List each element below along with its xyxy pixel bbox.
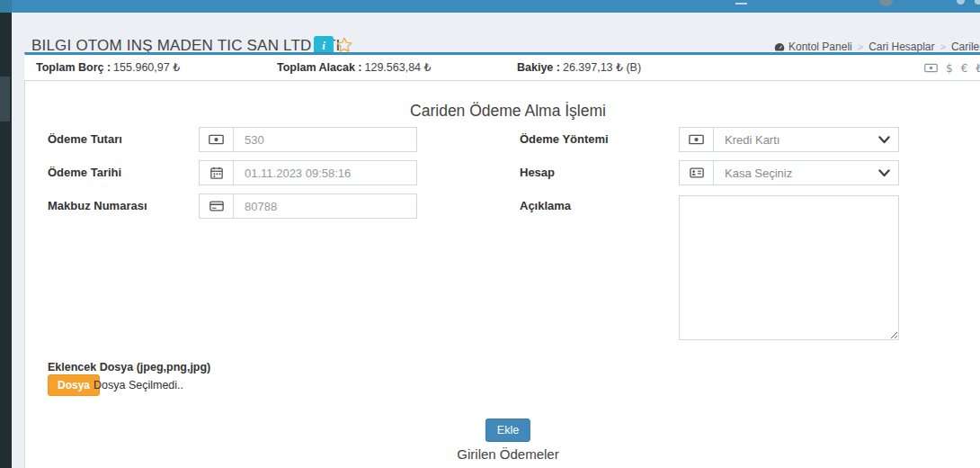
odeme-yontemi-selected: Kredi Kartı bbox=[725, 133, 780, 147]
aciklama-label: Açıklama bbox=[520, 199, 571, 212]
odeme-tutari-label: Ödeme Tutarı bbox=[48, 132, 122, 146]
hesap-select[interactable]: Kasa Seçiniz bbox=[714, 161, 898, 184]
currency-toolbar: $ € ₺ bbox=[924, 55, 980, 81]
calendar-icon bbox=[200, 161, 234, 184]
entered-payments-title: Girilen Ödemeler bbox=[457, 446, 558, 462]
money-icon bbox=[200, 128, 234, 151]
user-avatar[interactable] bbox=[879, 0, 893, 6]
total-credit-value: 129.563,84 ₺ bbox=[364, 61, 431, 74]
balance-summary-bar: Toplam Borç :155.960,97 ₺ Toplam Alacak … bbox=[24, 55, 980, 81]
makbuz-numarasi-label: Makbuz Numarası bbox=[48, 199, 147, 212]
form-title: Cariden Ödeme Alma İşlemi bbox=[410, 102, 606, 121]
total-credit: Toplam Alacak :129.563,84 ₺ bbox=[277, 55, 431, 81]
balance: Bakiye :26.397,13 ₺ (B) bbox=[517, 55, 641, 81]
banknote-icon[interactable] bbox=[924, 63, 938, 73]
total-debt-value: 155.960,97 ₺ bbox=[113, 61, 180, 74]
makbuz-numarasi-input[interactable] bbox=[234, 194, 416, 218]
money-icon bbox=[680, 128, 714, 151]
settings-icon[interactable] bbox=[957, 0, 965, 4]
page-header: BILGI OTOM INŞ MADEN TIC SAN LTD ŞTI i K… bbox=[12, 13, 980, 52]
aciklama-textarea[interactable] bbox=[679, 195, 899, 340]
odeme-tarihi-input[interactable] bbox=[234, 161, 416, 184]
hesap-label: Hesap bbox=[520, 166, 555, 179]
currency-lira-icon[interactable]: ₺ bbox=[976, 62, 980, 75]
ekle-button[interactable]: Ekle bbox=[486, 418, 530, 442]
hesap-group: Kasa Seçiniz bbox=[679, 160, 899, 185]
messages-icon[interactable] bbox=[735, 0, 747, 4]
breadcrumb-separator: > bbox=[940, 41, 946, 52]
currency-dollar-icon[interactable]: $ bbox=[946, 62, 953, 75]
breadcrumb-item-kontrol-paneli[interactable]: Kontol Paneli bbox=[788, 40, 852, 53]
makbuz-numarasi-group bbox=[199, 194, 417, 219]
odeme-yontemi-label: Ödeme Yöntemi bbox=[520, 132, 609, 146]
address-card-icon bbox=[680, 161, 714, 184]
favorite-star-icon[interactable] bbox=[335, 36, 353, 54]
odeme-yontemi-select[interactable]: Kredi Kartı bbox=[714, 128, 898, 151]
odeme-tutari-input[interactable] bbox=[234, 128, 416, 151]
odeme-tarihi-group bbox=[199, 160, 417, 185]
breadcrumb: Kontol Paneli>Cari Hesaplar>Cariler>Ödem… bbox=[774, 40, 980, 53]
currency-euro-icon[interactable]: € bbox=[961, 62, 968, 75]
chevron-down-icon bbox=[878, 136, 890, 144]
credit-card-icon bbox=[200, 194, 234, 218]
breadcrumb-item-cari-hesaplar[interactable]: Cari Hesaplar bbox=[869, 40, 934, 53]
total-debt: Toplam Borç :155.960,97 ₺ bbox=[36, 55, 180, 81]
odeme-yontemi-group: Kredi Kartı bbox=[679, 127, 899, 152]
chevron-down-icon bbox=[878, 169, 890, 177]
navbar-logo-corner bbox=[0, 0, 12, 13]
odeme-tarihi-label: Ödeme Tarihi bbox=[48, 166, 121, 179]
top-navbar bbox=[0, 0, 980, 13]
breadcrumb-item-cariler[interactable]: Cariler bbox=[951, 40, 980, 53]
file-choose-button[interactable]: Dosya bbox=[48, 374, 100, 396]
sidebar-collapsed[interactable] bbox=[0, 13, 12, 468]
total-credit-label: Toplam Alacak : bbox=[277, 61, 361, 74]
balance-value: 26.397,13 ₺ (B) bbox=[563, 61, 641, 74]
balance-label: Bakiye : bbox=[517, 61, 560, 74]
navbar-caret-icon[interactable] bbox=[975, 0, 980, 4]
breadcrumb-separator: > bbox=[858, 41, 863, 52]
app-window: BILGI OTOM INŞ MADEN TIC SAN LTD ŞTI i K… bbox=[0, 0, 980, 468]
dashboard-icon bbox=[774, 42, 785, 52]
odeme-tutari-group bbox=[199, 127, 417, 152]
sidebar-active-item[interactable] bbox=[0, 76, 10, 122]
hesap-selected: Kasa Seçiniz bbox=[725, 166, 792, 180]
file-status-text: Dosya Seçilmedi.. bbox=[94, 379, 183, 392]
total-debt-label: Toplam Borç : bbox=[36, 61, 111, 74]
file-upload-label: Eklencek Dosya (jpeg,png,jpg) bbox=[48, 361, 210, 374]
